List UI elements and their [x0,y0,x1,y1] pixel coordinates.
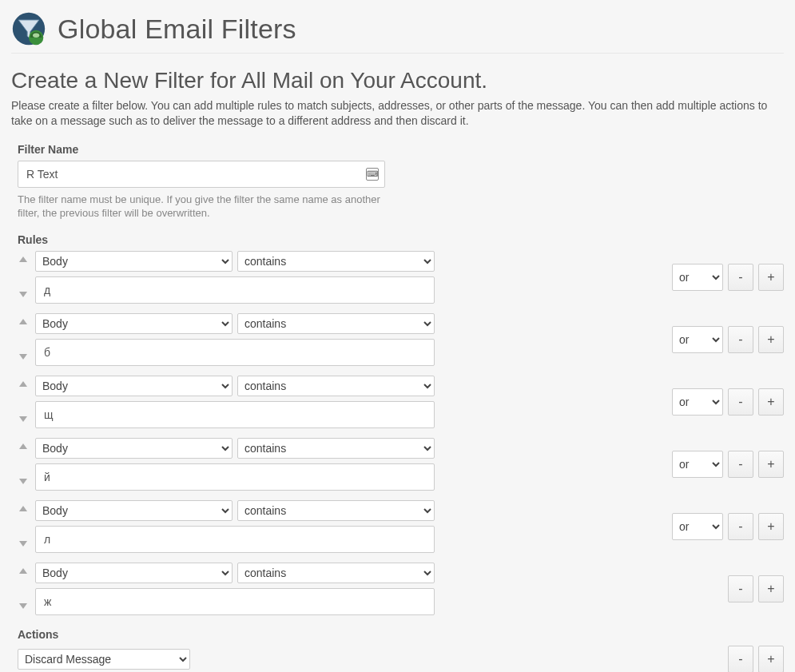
remove-action-button[interactable]: - [728,646,753,672]
rule-part-select[interactable]: Body [35,563,233,583]
rule-row: Bodycontainsor-+ [18,313,784,366]
add-rule-button[interactable]: + [758,388,784,416]
rule-row: Bodycontainsor-+ [18,500,784,553]
rule-match-select[interactable]: contains [237,438,435,459]
move-down-icon[interactable] [18,289,29,300]
move-down-icon[interactable] [18,476,29,487]
remove-rule-button[interactable]: - [728,388,753,416]
filter-name-input[interactable] [18,161,385,188]
move-up-icon[interactable] [18,503,29,515]
move-up-icon[interactable] [18,254,29,265]
move-up-icon[interactable] [18,441,29,452]
action-select[interactable]: Discard Message [18,649,190,670]
rule-value-input[interactable] [35,463,435,491]
rule-value-input[interactable] [35,401,435,428]
rule-logic-select[interactable]: or [672,451,723,478]
rule-logic-select[interactable]: or [672,388,723,416]
move-up-icon[interactable] [18,566,29,577]
add-rule-button[interactable]: + [758,264,784,291]
remove-rule-button[interactable]: - [728,264,753,291]
filter-icon [11,11,46,46]
rule-value-input[interactable] [35,339,435,366]
rule-match-select[interactable]: contains [237,251,435,272]
remove-rule-button[interactable]: - [728,513,753,540]
rule-match-select[interactable]: contains [237,313,435,334]
rule-row: Bodycontains-+ [18,563,784,615]
rule-row: Bodycontainsor-+ [18,438,784,491]
page-title: Global Email Filters [58,14,296,45]
rule-row: Bodycontainsor-+ [18,376,784,428]
add-rule-button[interactable]: + [758,451,784,478]
rule-match-select[interactable]: contains [237,563,435,583]
rule-part-select[interactable]: Body [35,313,233,334]
actions-label: Actions [18,628,784,641]
rule-logic-select[interactable]: or [672,264,723,291]
filter-name-hint: The filter name must be unique. If you g… [18,193,385,221]
move-down-icon[interactable] [18,539,29,550]
move-up-icon[interactable] [18,379,29,390]
rule-value-input[interactable] [35,526,435,553]
rule-match-select[interactable]: contains [237,376,435,396]
page-subtitle: Create a New Filter for All Mail on Your… [11,68,784,93]
remove-rule-button[interactable]: - [728,326,753,353]
keyboard-icon: ⌨ [366,168,379,181]
rule-logic-select[interactable]: or [672,326,723,353]
move-down-icon[interactable] [18,352,29,363]
page-description: Please create a filter below. You can ad… [11,98,778,129]
rules-label: Rules [18,233,784,246]
svg-point-3 [33,34,39,38]
add-action-button[interactable]: + [758,646,784,672]
remove-rule-button[interactable]: - [728,575,753,602]
move-down-icon[interactable] [18,601,29,612]
rule-part-select[interactable]: Body [35,376,233,396]
rule-value-input[interactable] [35,276,435,304]
filter-name-label: Filter Name [18,143,784,156]
add-rule-button[interactable]: + [758,513,784,540]
rule-value-input[interactable] [35,588,435,615]
rule-part-select[interactable]: Body [35,438,233,459]
remove-rule-button[interactable]: - [728,451,753,478]
move-down-icon[interactable] [18,414,29,425]
add-rule-button[interactable]: + [758,575,784,602]
rule-part-select[interactable]: Body [35,251,233,272]
rule-logic-select[interactable]: or [672,513,723,540]
rule-row: Bodycontainsor-+ [18,251,784,304]
move-up-icon[interactable] [18,316,29,328]
rule-part-select[interactable]: Body [35,500,233,521]
rule-match-select[interactable]: contains [237,500,435,521]
add-rule-button[interactable]: + [758,326,784,353]
